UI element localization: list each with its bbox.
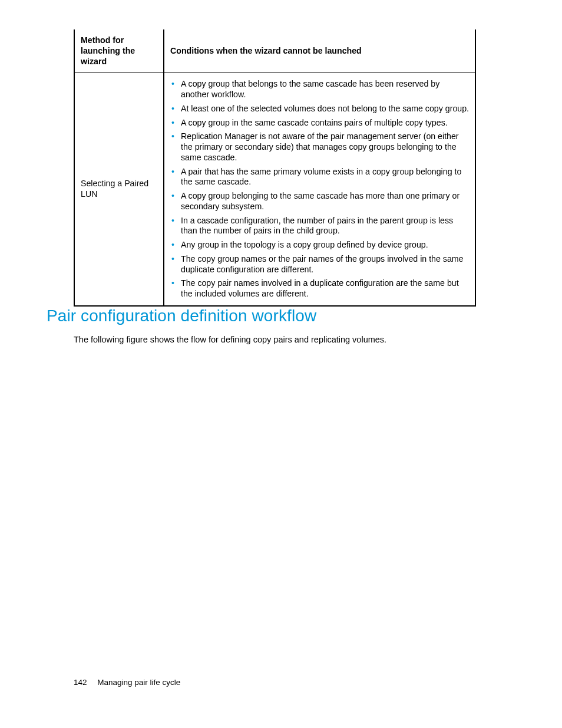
- section-heading: Pair configuration definition workflow: [47, 307, 316, 325]
- intro-paragraph: The following figure shows the flow for …: [74, 335, 386, 344]
- page-number: 142: [74, 678, 87, 687]
- list-item: A pair that has the same primary volume …: [181, 167, 469, 188]
- conditions-cell: A copy group that belongs to the same ca…: [164, 73, 475, 306]
- conditions-table: Method for launching the wizard Conditio…: [74, 29, 476, 307]
- chapter-title: Managing pair life cycle: [97, 678, 180, 687]
- table-header-method: Method for launching the wizard: [74, 29, 164, 73]
- list-item: In a cascade configuration, the number o…: [181, 216, 469, 237]
- list-item: A copy group that belongs to the same ca…: [181, 79, 469, 100]
- list-item: The copy pair names involved in a duplic…: [181, 278, 469, 299]
- method-cell: Selecting a Paired LUN: [74, 73, 164, 306]
- list-item: Replication Manager is not aware of the …: [181, 131, 469, 163]
- page-footer: 142 Managing pair life cycle: [74, 678, 180, 687]
- list-item: A copy group belonging to the same casca…: [181, 191, 469, 212]
- table-row: Selecting a Paired LUN A copy group that…: [74, 73, 475, 306]
- list-item: The copy group names or the pair names o…: [181, 254, 469, 275]
- conditions-list: A copy group that belongs to the same ca…: [170, 79, 469, 299]
- table-header-conditions: Conditions when the wizard cannot be lau…: [164, 29, 475, 73]
- table-header-row: Method for launching the wizard Conditio…: [74, 29, 475, 73]
- list-item: Any group in the topology is a copy grou…: [181, 240, 469, 251]
- list-item: A copy group in the same cascade contain…: [181, 118, 469, 129]
- list-item: At least one of the selected volumes doe…: [181, 104, 469, 114]
- conditions-table-wrap: Method for launching the wizard Conditio…: [74, 29, 476, 307]
